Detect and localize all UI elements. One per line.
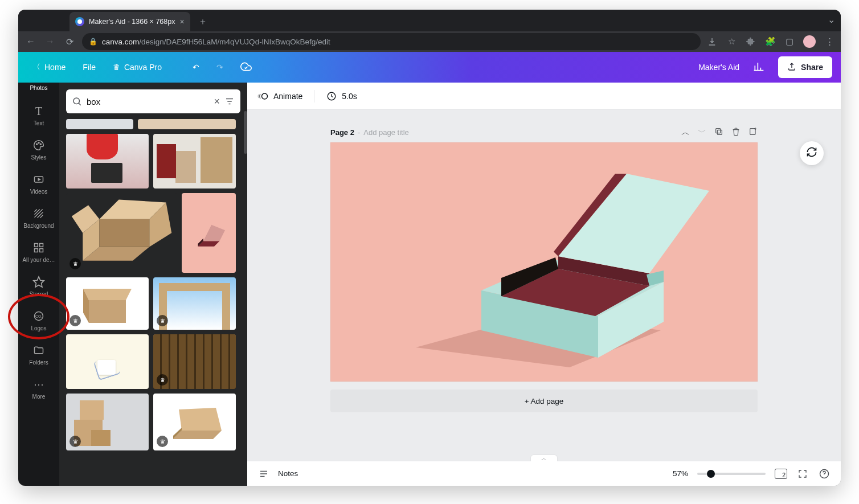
svg-point-0	[36, 144, 38, 145]
new-tab-button[interactable]: ＋	[195, 14, 211, 30]
page-count: 2	[782, 472, 786, 478]
share-label: Share	[801, 63, 823, 72]
bookmark-icon[interactable]: ☆	[726, 36, 737, 47]
extensions-puzzle-icon[interactable]: 🧩	[764, 36, 776, 47]
clear-search-icon[interactable]: ×	[214, 96, 220, 108]
rail-item-videos[interactable]: Videos	[18, 167, 59, 201]
photo-result[interactable]	[66, 119, 133, 129]
pro-badge-icon: ♛	[157, 436, 168, 447]
rail-item-text[interactable]: T Text	[18, 99, 59, 133]
photo-result[interactable]: ♛	[66, 277, 149, 330]
cloud-sync-button[interactable]	[235, 58, 257, 77]
svg-marker-15	[100, 219, 150, 247]
pro-badge-icon: ♛	[69, 436, 81, 447]
add-page-button[interactable]: + Add page	[330, 390, 758, 412]
file-label: File	[83, 63, 96, 72]
help-icon[interactable]	[818, 468, 831, 480]
browser-tab[interactable]: Maker's Aid - 1366 × 768px ×	[69, 12, 190, 31]
notes-label[interactable]: Notes	[278, 469, 298, 478]
install-app-icon[interactable]	[706, 36, 718, 47]
design-name[interactable]: Maker's Aid	[698, 63, 739, 72]
pro-badge-icon: ♛	[157, 315, 168, 326]
close-tab-icon[interactable]: ×	[179, 17, 184, 26]
zoom-slider[interactable]	[697, 473, 766, 475]
tab-title: Maker's Aid - 1366 × 768px	[89, 18, 175, 26]
rail-item-styles[interactable]: Styles	[18, 133, 59, 167]
home-button[interactable]: 〈 Home	[27, 59, 71, 76]
filter-icon[interactable]	[224, 96, 235, 106]
rail-item-photos[interactable]: Photos	[18, 85, 59, 95]
canva-pro-button[interactable]: ♛ Canva Pro	[107, 59, 167, 75]
notes-icon[interactable]	[257, 468, 270, 480]
page-down-icon[interactable]: ﹀	[698, 127, 706, 138]
rail-label: Background	[23, 223, 54, 229]
photo-result[interactable]	[153, 134, 236, 189]
photo-result[interactable]	[66, 134, 149, 189]
search-input[interactable]	[87, 97, 209, 106]
search-icon	[72, 96, 82, 106]
photo-result[interactable]	[66, 334, 149, 389]
kebab-menu-icon[interactable]: ⋮	[824, 36, 835, 47]
rail-label: Logos	[31, 325, 46, 331]
page-indicator[interactable]: 2	[775, 469, 787, 479]
search-box[interactable]: ×	[66, 89, 240, 113]
rail-item-background[interactable]: Background	[18, 201, 59, 235]
animate-button[interactable]: Animate	[257, 91, 302, 102]
photo-result[interactable]	[138, 119, 236, 129]
extension-icon[interactable]	[745, 36, 756, 47]
panel-scrollbar[interactable]	[243, 89, 247, 482]
canvas-image[interactable]	[330, 142, 758, 382]
expand-timeline-button[interactable]: ︿	[530, 454, 558, 461]
page-up-icon[interactable]: ︿	[681, 127, 690, 138]
svg-point-12	[73, 98, 80, 104]
duplicate-page-icon[interactable]	[714, 127, 723, 138]
photo-result[interactable]	[182, 193, 236, 273]
url-input[interactable]: 🔒 canva.com/design/DAE9fH56LaM/m4qVUJQd-…	[82, 33, 701, 50]
reload-button[interactable]: ⟳	[63, 35, 76, 48]
duration-button[interactable]: 5.0s	[326, 91, 357, 102]
svg-marker-46	[647, 207, 666, 231]
undo-icon: ↶	[193, 63, 199, 72]
motion-icon	[257, 91, 269, 102]
add-page-title-hint[interactable]: Add page title	[363, 128, 409, 137]
redo-icon: ↷	[216, 63, 223, 72]
canvas-area: Animate 5.0s Page 2 - Add page titl	[247, 83, 841, 486]
delete-page-icon[interactable]	[731, 127, 741, 138]
rail-item-all-designs[interactable]: All your de…	[18, 235, 59, 269]
photo-result[interactable]: ♛	[153, 334, 236, 389]
photo-result[interactable]: ♛	[66, 394, 149, 450]
rail-item-logos[interactable]: CO. Logos	[18, 304, 59, 338]
redo-button[interactable]: ↷	[211, 59, 229, 75]
rail-item-folders[interactable]: Folders	[18, 338, 59, 372]
regenerate-button[interactable]	[800, 141, 824, 165]
fullscreen-icon[interactable]	[796, 468, 809, 480]
forward-button[interactable]: →	[43, 35, 57, 48]
crown-icon: ♛	[113, 63, 120, 72]
animate-label: Animate	[273, 92, 302, 101]
canvas-viewport[interactable]: Page 2 - Add page title ︿ ﹀	[247, 110, 841, 461]
svg-rect-32	[750, 129, 755, 135]
svg-rect-6	[40, 244, 43, 247]
photo-result[interactable]: ♛	[153, 277, 236, 330]
tab-overflow-icon[interactable]: ⌄	[828, 14, 835, 25]
design-page[interactable]	[330, 142, 758, 382]
rail-item-more[interactable]: ⋯ More	[18, 372, 59, 406]
slider-knob[interactable]	[707, 470, 715, 478]
rail-item-starred[interactable]: Starred	[18, 269, 59, 304]
undo-button[interactable]: ↶	[187, 59, 205, 75]
star-icon	[32, 276, 45, 288]
profile-avatar[interactable]	[803, 35, 816, 48]
share-button[interactable]: Share	[778, 56, 832, 78]
add-page-icon[interactable]	[748, 127, 758, 138]
back-button[interactable]: ←	[24, 35, 38, 48]
svg-marker-4	[38, 178, 40, 180]
reading-list-icon[interactable]: ▢	[784, 36, 795, 47]
photo-result[interactable]: ♛	[66, 193, 177, 273]
zoom-value[interactable]: 57%	[673, 469, 688, 478]
file-menu[interactable]: File	[77, 59, 101, 75]
rail-label: More	[32, 394, 46, 400]
rail-label: Photos	[30, 85, 47, 91]
photo-result[interactable]: ♛	[153, 394, 236, 450]
insights-button[interactable]	[747, 58, 770, 77]
svg-rect-8	[40, 249, 43, 252]
